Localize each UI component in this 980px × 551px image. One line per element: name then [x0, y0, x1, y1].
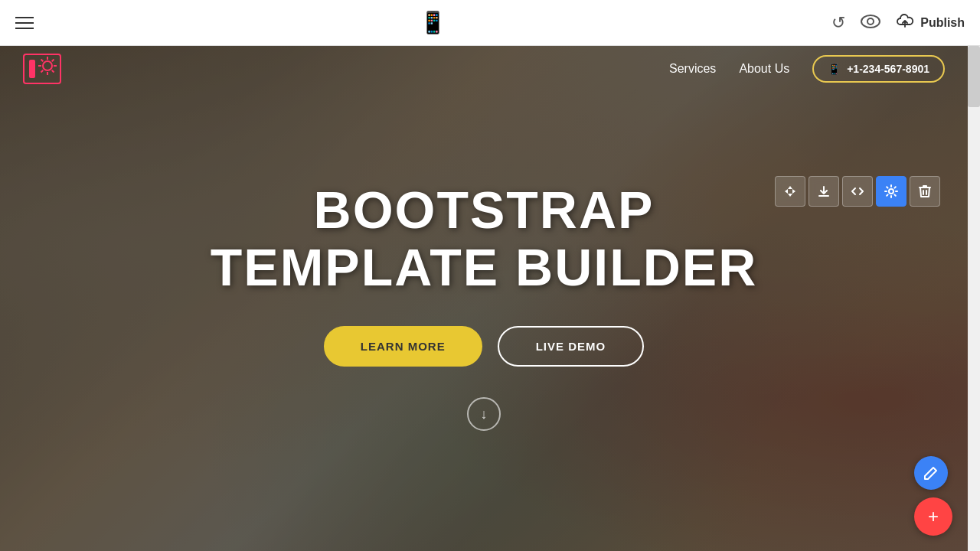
hero-title: BOOTSTRAP TEMPLATE BUILDER — [211, 181, 758, 296]
logo-icon — [23, 54, 61, 84]
publish-label: Publish — [920, 16, 965, 30]
cloud-upload-icon — [896, 14, 914, 31]
scroll-down-button[interactable]: ↓ — [467, 397, 501, 431]
svg-line-10 — [52, 70, 54, 73]
hero-section: Services About Us 📱 +1-234-567-8901 BOOT… — [0, 46, 968, 551]
nav-services[interactable]: Services — [669, 62, 716, 76]
hero-title-line1: BOOTSTRAP — [211, 181, 758, 239]
fab-container: + — [914, 456, 952, 536]
site-nav-links: Services About Us 📱 +1-234-567-8901 — [669, 55, 945, 83]
main-area: Services About Us 📱 +1-234-567-8901 BOOT… — [0, 46, 980, 551]
hero-content: BOOTSTRAP TEMPLATE BUILDER LEARN MORE LI… — [211, 181, 758, 432]
fab-edit-button[interactable] — [914, 456, 948, 490]
nav-phone-number: +1-234-567-8901 — [847, 63, 929, 75]
svg-rect-3 — [29, 60, 35, 78]
svg-point-1 — [867, 18, 874, 24]
toolbar-center: 📱 — [420, 10, 446, 35]
preview-icon[interactable] — [861, 13, 880, 33]
section-move-button[interactable] — [775, 176, 805, 207]
section-settings-button[interactable] — [876, 176, 906, 207]
website-preview: Services About Us 📱 +1-234-567-8901 BOOT… — [0, 46, 968, 551]
nav-about-us[interactable]: About Us — [739, 62, 789, 76]
svg-line-12 — [41, 70, 44, 73]
undo-icon[interactable]: ↺ — [831, 13, 845, 33]
fab-add-icon: + — [928, 507, 939, 526]
phone-icon: 📱 — [828, 63, 841, 75]
section-delete-button[interactable] — [910, 176, 940, 207]
site-logo — [23, 54, 61, 84]
hamburger-menu[interactable] — [15, 17, 34, 29]
svg-point-13 — [889, 189, 893, 194]
fab-add-button[interactable]: + — [914, 497, 952, 536]
live-demo-button[interactable]: LIVE DEMO — [498, 326, 645, 367]
scroll-down-arrow-icon: ↓ — [481, 406, 488, 422]
svg-point-4 — [43, 61, 52, 70]
hero-title-line2: TEMPLATE BUILDER — [211, 239, 758, 296]
mobile-preview-icon[interactable]: 📱 — [420, 10, 446, 35]
learn-more-button[interactable]: LEARN MORE — [324, 326, 482, 367]
toolbar-left — [15, 17, 34, 29]
top-toolbar: 📱 ↺ Publish — [0, 0, 980, 46]
nav-phone-button[interactable]: 📱 +1-234-567-8901 — [812, 55, 945, 83]
scrollbar[interactable] — [968, 46, 980, 551]
section-code-button[interactable] — [842, 176, 873, 207]
section-toolbar — [775, 176, 940, 207]
svg-point-0 — [861, 15, 880, 28]
toolbar-right: ↺ Publish — [831, 13, 965, 33]
site-navbar: Services About Us 📱 +1-234-567-8901 — [0, 46, 968, 92]
publish-button[interactable]: Publish — [896, 14, 965, 31]
hero-buttons: LEARN MORE LIVE DEMO — [211, 326, 758, 367]
section-download-button[interactable] — [808, 176, 839, 207]
svg-line-9 — [41, 60, 44, 62]
scrollbar-thumb[interactable] — [968, 46, 980, 107]
svg-line-11 — [52, 60, 54, 62]
